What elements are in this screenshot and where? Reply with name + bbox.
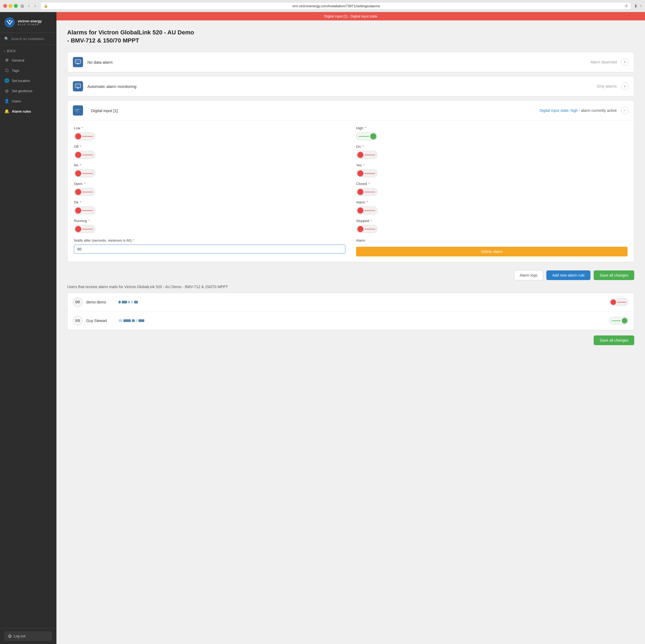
- no-data-alarm-label: No data alarm: [87, 60, 591, 64]
- app: victron energy BLUE POWER 🔍 ‹ BACK ⚙ Gen…: [0, 12, 645, 644]
- fullscreen-button[interactable]: [14, 4, 18, 8]
- auto-monitoring-expand-button[interactable]: +: [621, 82, 629, 90]
- toggle-high-track: [359, 136, 369, 137]
- logout-button[interactable]: ⏻ Log out: [4, 631, 52, 641]
- forward-button[interactable]: ›: [33, 3, 37, 9]
- users-section-title: Users that receive alarm mails for Victr…: [67, 285, 634, 289]
- main-content: Digital input [1] - Digital input state …: [56, 12, 645, 644]
- add-new-alarm-rule-button[interactable]: Add new alarm rule: [547, 270, 591, 280]
- toggle-no[interactable]: [74, 169, 95, 177]
- notify-section: Notify after (seconds, minimum is 60) * …: [74, 238, 628, 256]
- toggle-off[interactable]: [74, 151, 95, 159]
- geofence-icon: ◎: [4, 88, 9, 93]
- no-data-alarm-status: Alarm disarmed: [591, 60, 617, 64]
- no-data-alarm-expand-button[interactable]: +: [621, 58, 629, 66]
- toggle-ok[interactable]: [74, 206, 95, 214]
- user-toggle-dd-knob: [611, 299, 616, 305]
- alarm-logs-button[interactable]: Alarm logs: [514, 270, 543, 280]
- toggle-closed-knob: [358, 189, 363, 195]
- notify-after-group: Notify after (seconds, minimum is 60) *: [74, 238, 345, 254]
- download-button[interactable]: ⬇: [634, 3, 637, 9]
- toggle-yes[interactable]: [356, 169, 378, 177]
- user-tag: [134, 301, 138, 303]
- user-toggle-dd[interactable]: [609, 298, 629, 306]
- user-tag: [119, 301, 121, 303]
- toggle-low[interactable]: [74, 132, 95, 140]
- user-toggle-gs[interactable]: [609, 317, 629, 325]
- user-tag: [119, 319, 122, 322]
- user-tag: [132, 319, 135, 322]
- share-button[interactable]: ↑: [640, 3, 642, 9]
- close-button[interactable]: [3, 4, 7, 8]
- digital-icon: DIGITAL TOGGLE: [75, 107, 81, 114]
- toggle-no-knob: [75, 170, 81, 176]
- toggle-no-track: [82, 173, 93, 174]
- svg-point-1: [9, 20, 10, 21]
- sidebar-item-set-location[interactable]: 🌐 Set location: [0, 75, 56, 86]
- digital-input-header: DIGITAL TOGGLE Digital input [1] Digital…: [67, 100, 634, 121]
- notify-after-input[interactable]: [74, 245, 345, 254]
- toggle-open-knob: [75, 189, 81, 195]
- bell-icon: 🔔: [4, 109, 9, 114]
- globe-icon: 🌐: [4, 78, 9, 83]
- toggle-yes-knob: [358, 170, 363, 176]
- toggle-open-track: [82, 192, 93, 192]
- toggle-running-knob: [75, 226, 81, 232]
- toggle-label-off: Off *: [74, 145, 345, 149]
- delete-alarm-button[interactable]: Delete alarm: [356, 247, 628, 256]
- sidebar-item-set-geofence[interactable]: ◎ Set geofence: [0, 86, 56, 96]
- user-name-dd: demo demo: [86, 300, 119, 304]
- sidebar-nav: ‹ BACK ⚙ General ⬡ Tags 🌐 Set location ◎…: [0, 45, 56, 628]
- sidebar-item-alarm-rules[interactable]: 🔔 Alarm rules: [0, 106, 56, 117]
- back-chevron-icon: ‹: [4, 49, 5, 53]
- page-title: Alarms for Victron GlobalLink 520 - AU D…: [67, 28, 634, 44]
- digital-input-card: DIGITAL TOGGLE Digital input [1] Digital…: [67, 100, 634, 262]
- sidebar-item-general[interactable]: ⚙ General: [0, 55, 56, 65]
- toggle-running[interactable]: [74, 225, 95, 233]
- toggle-label-yes: Yes *: [356, 163, 628, 167]
- toggle-yes-track: [365, 173, 375, 174]
- browser-actions: ⬇ ↑: [634, 3, 642, 9]
- no-data-alarm-icon: !: [73, 57, 83, 67]
- toggle-row-stopped: Stopped *: [356, 219, 628, 233]
- address-bar[interactable]: 🔒 vrm.victronenergy.com/installation/739…: [40, 2, 631, 10]
- user-tag: [128, 301, 130, 303]
- toggle-alarm[interactable]: [356, 206, 378, 214]
- sidebar-item-users[interactable]: 👤 Users: [0, 96, 56, 106]
- back-button[interactable]: ‹: [27, 3, 31, 9]
- digital-input-icon: DIGITAL TOGGLE: [73, 105, 83, 116]
- action-bar: Alarm logs Add new alarm rule Save all c…: [67, 266, 634, 285]
- user-tag: [136, 319, 137, 322]
- refresh-icon[interactable]: ↺: [625, 4, 628, 8]
- toggle-high[interactable]: [356, 132, 378, 140]
- digital-input-collapse-button[interactable]: −: [621, 107, 629, 114]
- save-all-changes-button-top[interactable]: Save all changes: [594, 270, 634, 280]
- toggle-ok-track: [82, 210, 93, 211]
- back-nav-item[interactable]: ‹ BACK: [0, 47, 56, 55]
- save-all-changes-button-bottom[interactable]: Save all changes: [594, 336, 634, 345]
- toggle-open[interactable]: [74, 188, 95, 196]
- user-tags-dd: [119, 301, 609, 303]
- content-area: Alarms for Victron GlobalLink 520 - AU D…: [56, 20, 645, 644]
- sidebar-item-tags[interactable]: ⬡ Tags: [0, 65, 56, 75]
- toggle-label-stopped: Stopped *: [356, 219, 628, 223]
- toggle-on-track: [365, 155, 375, 155]
- sidebar-search: 🔍: [0, 33, 56, 45]
- search-icon: 🔍: [4, 36, 9, 41]
- digital-input-label: Digital input [1]: [91, 108, 540, 113]
- toggle-on-knob: [358, 152, 363, 158]
- auto-monitoring-row: ✓ Automatic alarm monitoring Only alarms…: [67, 76, 634, 96]
- toggle-on[interactable]: [356, 151, 378, 159]
- users-card: DD demo demo: [67, 293, 634, 330]
- toggle-row-yes: Yes *: [356, 163, 628, 177]
- sidebar-toggle-button[interactable]: ⊞: [20, 3, 24, 9]
- toggle-label-running: Running *: [74, 219, 345, 223]
- search-input[interactable]: [11, 37, 52, 41]
- toggle-stopped[interactable]: [356, 225, 378, 233]
- auto-monitoring-status: Only alarms: [597, 84, 617, 88]
- toggle-label-high: High *: [356, 126, 628, 130]
- tag-icon: ⬡: [4, 68, 9, 73]
- toggle-closed[interactable]: [356, 188, 378, 196]
- toggle-low-knob: [75, 133, 81, 139]
- minimize-button[interactable]: [9, 4, 12, 8]
